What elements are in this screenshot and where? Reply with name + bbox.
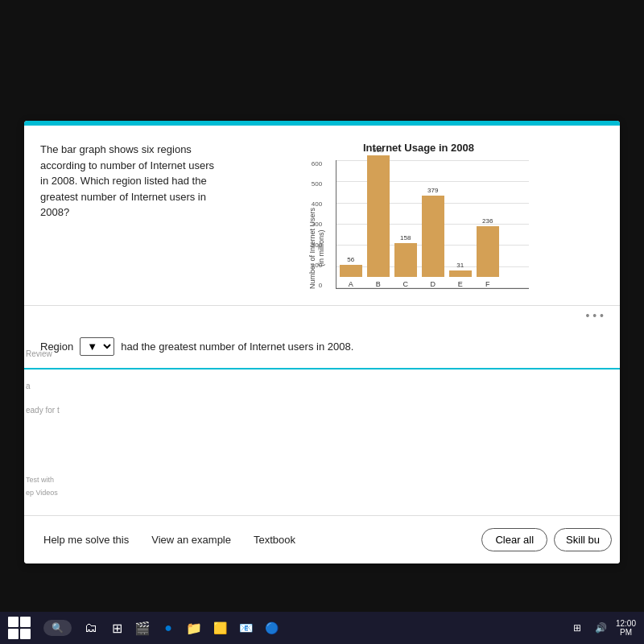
a-label: a: [26, 378, 60, 394]
dots-separator: • • •: [24, 306, 620, 325]
y-tick-500: 500: [312, 180, 322, 188]
bar-value-e: 31: [456, 262, 464, 269]
taskbar-icon-4[interactable]: ●: [159, 618, 178, 638]
bar-value-c: 158: [400, 234, 411, 242]
region-dropdown[interactable]: ▼ A B C D E F: [80, 337, 114, 356]
bar-label-e: E: [458, 280, 463, 288]
chart-wrapper: Number of Internet Users(in millions) 60…: [308, 160, 529, 289]
taskbar-icon-2[interactable]: ⊞: [107, 618, 126, 638]
bar-c: [394, 243, 417, 277]
bar-b: [367, 155, 390, 277]
y-tick-0: 0: [312, 282, 322, 289]
bar-group-d: 379 D: [422, 187, 444, 288]
region-suffix: had the greatest number of Internet user…: [121, 341, 353, 353]
skill-button[interactable]: Skill bu: [554, 528, 612, 551]
network-icon[interactable]: ⊞: [568, 618, 587, 638]
taskbar: 🔍 🗂 ⊞ 🎬 ● 📁 🟨 📧 🔵 ⊞ 🔊 12:00 PM: [0, 612, 644, 644]
bar-group-e: 31 E: [449, 262, 472, 288]
bar-group-b: 568 B: [367, 147, 390, 288]
search-icon: 🔍: [52, 622, 64, 634]
taskbar-icon-6[interactable]: 🟨: [210, 618, 229, 638]
y-tick-600: 600: [312, 160, 322, 167]
help-solve-button[interactable]: Help me solve this: [32, 527, 140, 552]
videos-label: ep Videos: [26, 486, 58, 499]
test-label: Test with: [26, 473, 58, 486]
main-card: The bar graph shows six regions accordin…: [24, 121, 620, 564]
bars-area: 56 A 568 B 158: [336, 160, 529, 289]
taskbar-icon-8[interactable]: 🔵: [262, 618, 281, 638]
taskbar-icon-7[interactable]: 📧: [236, 618, 255, 638]
taskbar-search[interactable]: 🔍: [43, 620, 72, 636]
bar-label-b: B: [376, 280, 381, 288]
bar-value-d: 379: [427, 187, 438, 194]
view-example-button[interactable]: View an example: [140, 527, 242, 552]
bar-value-f: 236: [482, 217, 493, 225]
bar-a: [340, 265, 362, 277]
y-tick-200: 200: [312, 242, 322, 249]
bar-d: [422, 196, 444, 277]
bar-group-f: 236 F: [477, 217, 499, 288]
bar-value-b: 568: [373, 147, 383, 154]
bar-group-a: 56 A: [340, 256, 362, 288]
chart-area: Internet Usage in 2008 Number of Interne…: [233, 142, 604, 289]
taskbar-right: ⊞ 🔊 12:00 PM: [568, 618, 636, 638]
ready-label: eady for t: [26, 402, 60, 419]
bar-label-d: D: [431, 280, 436, 288]
textbook-button[interactable]: Textbook: [242, 527, 307, 552]
volume-icon[interactable]: 🔊: [592, 618, 611, 638]
clock: 12:00 PM: [616, 619, 636, 637]
y-tick-300: 300: [312, 221, 322, 228]
review-label: Review: [26, 346, 60, 362]
bar-group-c: 158 C: [394, 234, 417, 288]
bar-e: [449, 270, 472, 277]
taskbar-icon-1[interactable]: 🗂: [81, 618, 101, 638]
side-nav: Review a eady for t: [24, 346, 60, 419]
taskbar-icon-5[interactable]: 📁: [184, 618, 204, 638]
bar-label-f: F: [485, 280, 490, 288]
bar-label-c: C: [403, 280, 409, 288]
windows-start-button[interactable]: [8, 617, 31, 639]
y-tick-100: 100: [312, 262, 322, 269]
y-tick-400: 400: [312, 200, 322, 208]
answer-row: Region ▼ A B C D E F had the greatest nu…: [24, 325, 620, 369]
content-area: The bar graph shows six regions accordin…: [24, 126, 620, 306]
bar-label-a: A: [349, 280, 353, 288]
taskbar-icon-3[interactable]: 🎬: [133, 618, 152, 638]
clear-all-button[interactable]: Clear all: [481, 528, 547, 551]
question-text: The bar graph shows six regions accordin…: [40, 142, 217, 289]
bottom-toolbar: Help me solve this View an example Textb…: [24, 515, 620, 564]
bar-value-a: 56: [347, 256, 354, 263]
bottom-side-nav: Test with ep Videos: [24, 473, 58, 499]
bar-f: [477, 226, 499, 277]
